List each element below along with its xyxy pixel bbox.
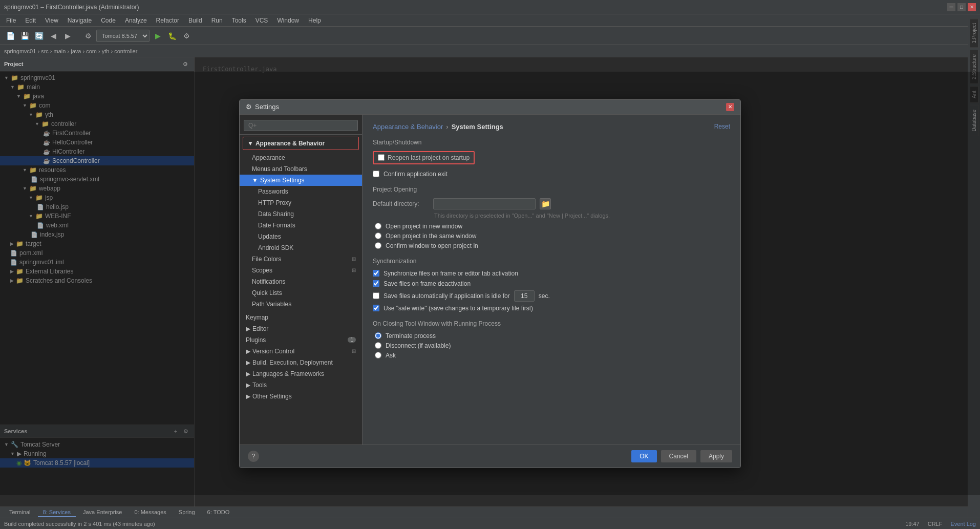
menu-window[interactable]: Window <box>273 16 303 25</box>
nav-passwords[interactable]: Passwords <box>240 186 362 197</box>
save-deactivation-row: Save files on frame deactivation <box>373 280 730 287</box>
nav-path-variables[interactable]: Path Variables <box>240 299 362 310</box>
settings-button[interactable]: ⚙ <box>82 30 94 42</box>
nav-plugins-label: Plugins <box>246 336 266 344</box>
tab-messages[interactable]: 0: Messages <box>129 508 171 517</box>
dialog-title: Settings <box>255 103 279 111</box>
project-settings-button[interactable]: ⚙ <box>181 59 190 69</box>
ok-button[interactable]: OK <box>631 450 656 462</box>
run-button[interactable]: ▶ <box>152 30 164 42</box>
forward-button[interactable]: ▶ <box>61 30 74 42</box>
more-options-button[interactable]: ⚙ <box>180 30 193 42</box>
reopen-checkbox[interactable] <box>378 154 385 161</box>
sync-button[interactable]: 🔄 <box>33 30 45 42</box>
event-log[interactable]: Event Log <box>950 521 976 527</box>
debug-button[interactable]: 🐛 <box>166 30 178 42</box>
menu-analyze[interactable]: Analyze <box>121 16 151 25</box>
tab-java-enterprise[interactable]: Java Enterprise <box>78 508 127 517</box>
nav-updates[interactable]: Updates <box>240 231 362 242</box>
save-auto-input[interactable] <box>514 290 535 302</box>
menu-navigate[interactable]: Navigate <box>63 16 96 25</box>
reset-link[interactable]: Reset <box>714 123 730 130</box>
nav-appearance-label: Appearance <box>252 154 285 161</box>
settings-search-input[interactable] <box>244 120 358 131</box>
nav-scopes[interactable]: Scopes ⊞ <box>240 265 362 276</box>
nav-version-control[interactable]: ▶ Version Control ⊞ <box>240 346 362 357</box>
status-bar: Build completed successfully in 2 s 401 … <box>0 518 980 529</box>
apply-button[interactable]: Apply <box>700 450 732 462</box>
confirm-window-row: Confirm window to open project in <box>373 242 730 249</box>
nav-quick-lists[interactable]: Quick Lists <box>240 287 362 299</box>
confirm-exit-checkbox[interactable] <box>373 171 379 177</box>
save-auto-label: Save files automatically if application … <box>384 292 510 300</box>
side-tab-project[interactable]: 1:Project <box>970 18 978 48</box>
menu-edit[interactable]: Edit <box>21 16 40 25</box>
disconnect-label: Disconnect (if available) <box>386 342 451 349</box>
minimize-button[interactable]: ─ <box>947 3 955 11</box>
menu-help[interactable]: Help <box>304 16 325 25</box>
nav-notifications[interactable]: Notifications <box>240 276 362 287</box>
expand-arrow-lf: ▶ <box>246 370 250 377</box>
nav-file-colors[interactable]: File Colors ⊞ <box>240 253 362 265</box>
nav-system-settings[interactable]: ▼ System Settings <box>240 175 362 186</box>
dialog-close-button[interactable]: ✕ <box>726 103 734 111</box>
nav-build-execution[interactable]: ▶ Build, Execution, Deployment <box>240 357 362 368</box>
open-new-window-radio[interactable] <box>375 223 381 229</box>
breadcrumb-current: System Settings <box>452 123 503 131</box>
cancel-button[interactable]: Cancel <box>661 450 696 462</box>
terminate-radio[interactable] <box>375 332 381 339</box>
nav-keymap[interactable]: Keymap <box>240 312 362 323</box>
nav-editor[interactable]: ▶ Editor <box>240 323 362 334</box>
menu-tools[interactable]: Tools <box>228 16 250 25</box>
tab-todo[interactable]: 6: TODO <box>202 508 235 517</box>
nav-date-formats[interactable]: Date Formats <box>240 220 362 231</box>
confirm-exit-row: Confirm application exit <box>373 171 730 178</box>
default-directory-label: Default directory: <box>373 200 429 207</box>
tab-spring[interactable]: Spring <box>174 508 200 517</box>
menu-vcs[interactable]: VCS <box>251 16 272 25</box>
back-button[interactable]: ◀ <box>47 30 59 42</box>
nav-appearance-behavior[interactable]: ▼ Appearance & Behavior <box>243 137 358 150</box>
nav-http-proxy[interactable]: HTTP Proxy <box>240 197 362 208</box>
nav-menus-toolbars[interactable]: Menus and Toolbars <box>240 163 362 175</box>
breadcrumb-parent[interactable]: Appearance & Behavior <box>373 123 443 131</box>
safe-write-checkbox[interactable] <box>373 305 379 311</box>
nav-version-control-label: Version Control <box>252 348 294 355</box>
nav-languages-frameworks[interactable]: ▶ Languages & Frameworks <box>240 368 362 379</box>
menu-file[interactable]: File <box>2 16 20 25</box>
terminate-label: Terminate process <box>386 332 436 340</box>
menu-build[interactable]: Build <box>184 16 206 25</box>
menu-run[interactable]: Run <box>207 16 227 25</box>
open-same-window-radio[interactable] <box>375 232 381 239</box>
nav-android-sdk[interactable]: Android SDK <box>240 242 362 253</box>
nav-quick-lists-label: Quick Lists <box>252 289 282 297</box>
save-deactivation-checkbox[interactable] <box>373 280 379 287</box>
help-button[interactable]: ? <box>248 451 259 462</box>
run-configuration-combo[interactable]: Tomcat 8.5.57 <box>96 30 150 42</box>
ask-radio[interactable] <box>375 352 381 358</box>
help-icon: ? <box>252 453 255 460</box>
settings-content-breadcrumb: Appearance & Behavior › System Settings … <box>373 123 730 131</box>
menu-code[interactable]: Code <box>97 16 120 25</box>
save-button[interactable]: 💾 <box>18 30 31 42</box>
scope-icon2: ⊞ <box>352 267 356 273</box>
menu-view[interactable]: View <box>41 16 62 25</box>
menu-refactor[interactable]: Refactor <box>152 16 183 25</box>
browse-button[interactable]: 📁 <box>540 198 551 209</box>
tab-services[interactable]: 8: Services <box>38 508 76 517</box>
nav-data-sharing[interactable]: Data Sharing <box>240 208 362 220</box>
nav-appearance[interactable]: Appearance <box>240 152 362 163</box>
save-auto-checkbox[interactable] <box>373 292 379 299</box>
nav-plugins[interactable]: Plugins 1 <box>240 334 362 346</box>
confirm-window-radio[interactable] <box>375 242 381 249</box>
new-file-button[interactable]: 📄 <box>4 30 16 42</box>
default-directory-input[interactable] <box>433 198 536 209</box>
nav-other-settings[interactable]: ▶ Other Settings <box>240 391 362 402</box>
tab-terminal[interactable]: Terminal <box>4 508 36 517</box>
disconnect-radio[interactable] <box>375 342 381 349</box>
nav-tools[interactable]: ▶ Tools <box>240 379 362 391</box>
sync-files-checkbox[interactable] <box>373 270 379 277</box>
nav-tools-label: Tools <box>252 382 267 389</box>
close-button[interactable]: ✕ <box>968 3 976 11</box>
maximize-button[interactable]: □ <box>957 3 966 11</box>
